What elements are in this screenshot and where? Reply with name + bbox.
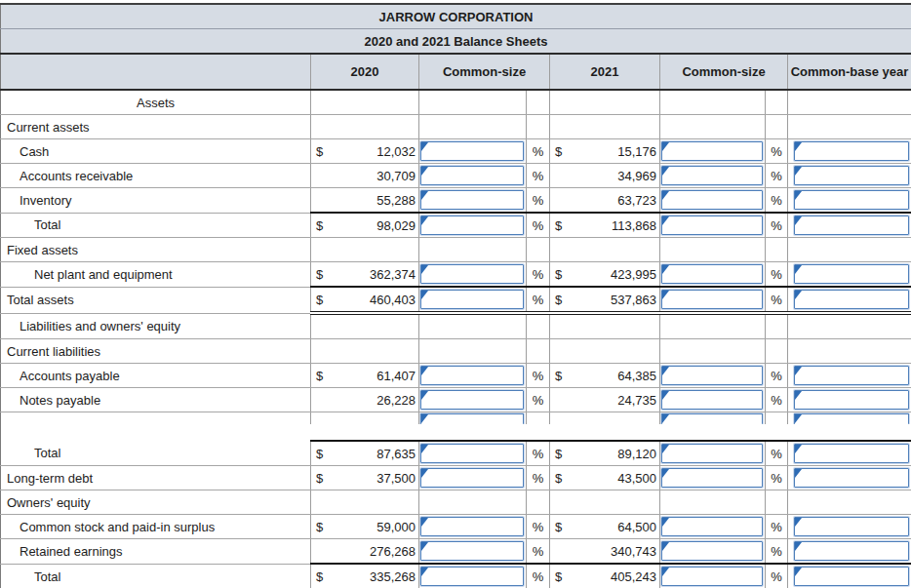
common-base-year-cell-total-current-assets (788, 213, 911, 238)
value-2020-retained-earnings: 276,268 (335, 539, 419, 565)
table-row-owners-equity: Owners' equity (1, 490, 911, 515)
input-common-size-2020-total-owners-equity[interactable] (420, 567, 524, 586)
input-common-size-2021-accounts-payable[interactable] (661, 366, 763, 385)
common-size-2021-cell-accounts-receivable (660, 164, 766, 188)
input-common-size-2020-long-term-debt[interactable] (420, 468, 524, 488)
input-common-base-year-notes-payable[interactable] (794, 390, 909, 410)
input-common-size-2021-total-assets[interactable] (661, 290, 763, 309)
common-base-year-cell-accounts-receivable (788, 164, 911, 188)
input-common-size-2021-total-owners-equity[interactable] (661, 567, 763, 586)
row-label-long-term-debt: Long-term debt (1, 466, 311, 490)
percent-sign-2020-total-owners-equity: % (527, 564, 550, 588)
table-row-seam (1, 424, 911, 441)
common-size-2021-cell-total-assets (660, 287, 766, 313)
input-common-size-2021-retained-earnings[interactable] (661, 541, 763, 561)
input-common-size-2020-accounts-receivable[interactable] (420, 166, 524, 185)
input-common-base-year-total-current-liabilities[interactable] (794, 444, 909, 463)
input-common-size-2020-common-stock-and-paid-in-surplus[interactable] (420, 517, 524, 536)
common-size-2020-cell-notes-payable (419, 388, 527, 412)
dollar-sign-2021-notes-payable (550, 388, 574, 412)
dollar-sign-2020-assets-heading (311, 90, 335, 115)
balance-sheet-body: JARROW CORPORATION 2020 and 2021 Balance… (1, 4, 911, 588)
percent-sign-2020-retained-earnings: % (527, 539, 550, 565)
common-base-year-cell-total-current-liabilities (788, 441, 911, 466)
input-common-base-year-total-assets[interactable] (794, 290, 909, 309)
dollar-sign-2021-current-assets (550, 115, 574, 139)
input-common-base-year-common-stock-and-paid-in-surplus[interactable] (794, 517, 909, 536)
input-common-size-2020-total-assets[interactable] (420, 290, 524, 309)
common-base-year-cell-total-assets (788, 287, 911, 313)
dollar-sign-2021-owners-equity (550, 490, 574, 515)
input-common-base-year-accounts-receivable[interactable] (794, 166, 909, 185)
input-common-size-2021-accounts-receivable[interactable] (661, 166, 763, 185)
input-common-size-2021-inventory[interactable] (661, 190, 763, 210)
input-common-size-2020-total-current-liabilities[interactable] (420, 444, 524, 463)
input-common-size-2021-common-stock-and-paid-in-surplus[interactable] (661, 517, 763, 536)
input-common-size-2021-total-current-assets[interactable] (661, 216, 763, 235)
dollar-sign-2020-total-assets: $ (311, 287, 335, 313)
value-2020-total-current-assets: 98,029 (335, 213, 419, 238)
value-2021-current-assets (574, 115, 660, 139)
value-2021-total-current-assets: 113,868 (574, 213, 660, 238)
input-common-base-year-total-current-assets[interactable] (794, 216, 909, 235)
common-size-2020-cell-inventory (419, 188, 527, 214)
input-common-size-2021-cash[interactable] (661, 141, 763, 161)
common-size-2021-cell-cut-off-row (660, 412, 766, 425)
common-size-2020-cell-net-plant-and-equipment (419, 262, 527, 288)
input-common-size-2020-cash[interactable] (420, 141, 524, 161)
dollar-sign-2020-accounts-receivable (311, 164, 335, 188)
row-label-notes-payable: Notes payable (1, 388, 311, 412)
common-base-year-cell-assets-heading (788, 90, 911, 115)
common-size-2020-cell-total-current-liabilities (419, 441, 527, 466)
input-common-base-year-net-plant-and-equipment[interactable] (794, 264, 909, 284)
column-header-common-base-year: Common-base year (788, 54, 911, 90)
percent-sign-2020-seam (527, 424, 550, 441)
table-row-net-plant-and-equipment: Net plant and equipment$362,374%$423,995… (1, 262, 911, 288)
row-label-net-plant-and-equipment: Net plant and equipment (1, 262, 311, 288)
percent-sign-2020-liabilities-and-owners-equity-heading (527, 313, 550, 339)
input-common-base-year-retained-earnings[interactable] (794, 541, 909, 561)
percent-sign-2020-total-current-assets: % (527, 213, 550, 238)
input-common-base-year-long-term-debt[interactable] (794, 468, 909, 488)
input-common-size-2020-net-plant-and-equipment[interactable] (420, 264, 524, 284)
input-common-base-year-inventory[interactable] (794, 190, 909, 210)
input-common-size-2021-net-plant-and-equipment[interactable] (661, 264, 763, 284)
percent-sign-2021-seam (766, 424, 788, 441)
input-common-base-year-cut-off-row[interactable] (794, 413, 909, 424)
column-header-common-size-2020: Common-size (419, 54, 550, 90)
input-common-base-year-cash[interactable] (794, 141, 909, 161)
percent-sign-2020-cut-off-row (527, 412, 550, 425)
dollar-sign-2021-fixed-assets (550, 238, 574, 262)
input-common-size-2021-long-term-debt[interactable] (661, 468, 763, 488)
percent-sign-2021-retained-earnings: % (766, 539, 788, 565)
row-label-owners-equity: Owners' equity (1, 490, 311, 515)
table-row-liabilities-and-owners-equity-heading: Liabilities and owners' equity (1, 313, 911, 339)
input-common-size-2020-notes-payable[interactable] (420, 390, 524, 410)
common-size-2021-cell-inventory (660, 188, 766, 214)
common-size-2021-cell-notes-payable (660, 388, 766, 412)
input-common-base-year-accounts-payable[interactable] (794, 366, 909, 385)
value-2020-current-liabilities (335, 339, 419, 364)
input-common-size-2020-inventory[interactable] (420, 190, 524, 210)
input-common-size-2020-accounts-payable[interactable] (420, 366, 524, 385)
input-common-base-year-total-owners-equity[interactable] (794, 567, 909, 586)
value-2020-accounts-payable: 61,407 (335, 364, 419, 388)
input-common-size-2020-retained-earnings[interactable] (420, 541, 524, 561)
common-size-2020-cell-long-term-debt (419, 466, 527, 490)
value-2020-total-current-liabilities: 87,635 (335, 441, 419, 466)
input-common-size-2020-cut-off-row[interactable] (420, 413, 524, 424)
common-size-2020-cell-common-stock-and-paid-in-surplus (419, 515, 527, 539)
common-base-year-cell-long-term-debt (788, 466, 911, 490)
input-common-size-2021-cut-off-row[interactable] (661, 413, 763, 424)
table-row-current-liabilities: Current liabilities (1, 339, 911, 364)
input-common-size-2020-total-current-assets[interactable] (420, 216, 524, 235)
percent-sign-2021-liabilities-and-owners-equity-heading (766, 313, 788, 339)
dollar-sign-2021-total-current-liabilities: $ (550, 441, 574, 466)
dollar-sign-2021-total-owners-equity: $ (550, 564, 574, 588)
percent-sign-2021-accounts-payable: % (766, 364, 788, 388)
input-common-size-2021-notes-payable[interactable] (661, 390, 763, 410)
common-size-2021-cell-total-owners-equity (660, 564, 766, 588)
common-base-year-cell-owners-equity (788, 490, 911, 515)
table-row-common-stock-and-paid-in-surplus: Common stock and paid-in surplus$59,000%… (1, 515, 911, 539)
input-common-size-2021-total-current-liabilities[interactable] (661, 444, 763, 463)
